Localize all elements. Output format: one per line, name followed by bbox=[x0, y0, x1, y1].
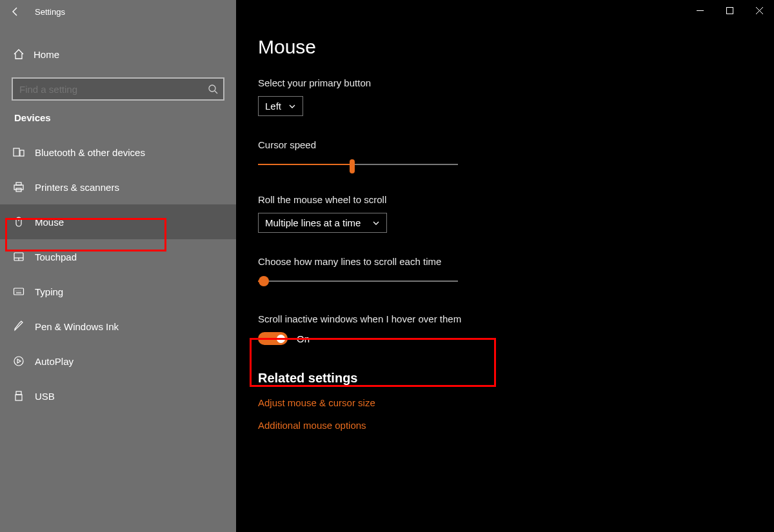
sidebar-item-label: Typing bbox=[35, 286, 63, 297]
scroll-mode-dropdown[interactable]: Multiple lines at a time bbox=[258, 213, 387, 233]
toggle-knob bbox=[277, 335, 285, 343]
chevron-down-icon bbox=[288, 103, 296, 110]
devices-icon bbox=[13, 146, 35, 158]
home-label: Home bbox=[34, 49, 59, 60]
lines-label: Choose how many lines to scroll each tim… bbox=[258, 256, 774, 267]
inactive-scroll-toggle[interactable] bbox=[258, 332, 288, 345]
inactive-scroll-value: On bbox=[297, 333, 310, 344]
home-icon bbox=[13, 48, 34, 60]
svg-point-1 bbox=[209, 85, 215, 92]
svg-rect-0 bbox=[726, 7, 733, 14]
section-label: Devices bbox=[0, 112, 236, 123]
svg-rect-19 bbox=[15, 395, 22, 400]
scroll-mode-value: Multiple lines at a time bbox=[265, 217, 361, 228]
sidebar-item-label: Pen & Windows Ink bbox=[35, 321, 119, 332]
svg-rect-18 bbox=[16, 391, 21, 395]
svg-point-13 bbox=[15, 290, 16, 291]
primary-button-dropdown[interactable]: Left bbox=[258, 96, 303, 116]
svg-point-17 bbox=[14, 357, 23, 366]
cursor-speed-slider[interactable] bbox=[258, 158, 458, 171]
sidebar-item-label: Bluetooth & other devices bbox=[35, 147, 145, 158]
related-settings-title: Related settings bbox=[258, 371, 774, 386]
svg-rect-16 bbox=[16, 293, 21, 293]
maximize-button[interactable] bbox=[715, 0, 744, 21]
keyboard-icon bbox=[13, 286, 35, 297]
svg-point-14 bbox=[17, 290, 18, 291]
svg-rect-12 bbox=[14, 288, 24, 295]
inactive-scroll-label: Scroll inactive windows when I hover ove… bbox=[258, 313, 774, 324]
printer-icon bbox=[13, 181, 35, 193]
sidebar-item-label: AutoPlay bbox=[35, 356, 74, 367]
svg-rect-5 bbox=[16, 182, 21, 185]
scroll-mode-label: Roll the mouse wheel to scroll bbox=[258, 194, 774, 205]
pen-icon bbox=[13, 320, 35, 332]
link-adjust-mouse-size[interactable]: Adjust mouse & cursor size bbox=[258, 397, 774, 408]
sidebar-item-bluetooth[interactable]: Bluetooth & other devices bbox=[0, 135, 236, 170]
close-button[interactable] bbox=[744, 0, 774, 21]
mouse-icon bbox=[13, 216, 35, 228]
usb-icon bbox=[13, 390, 35, 402]
primary-button-value: Left bbox=[265, 101, 281, 112]
svg-rect-4 bbox=[14, 185, 23, 190]
main-content: Mouse Select your primary button Left Cu… bbox=[236, 0, 774, 532]
svg-point-15 bbox=[19, 290, 20, 291]
search-icon bbox=[208, 84, 218, 94]
home-nav[interactable]: Home bbox=[0, 40, 236, 68]
sidebar-item-label: Touchpad bbox=[35, 251, 77, 262]
search-input[interactable] bbox=[12, 77, 224, 101]
sidebar-item-printers[interactable]: Printers & scanners bbox=[0, 170, 236, 204]
sidebar-item-autoplay[interactable]: AutoPlay bbox=[0, 344, 236, 379]
sidebar-item-typing[interactable]: Typing bbox=[0, 274, 236, 309]
sidebar-item-touchpad[interactable]: Touchpad bbox=[0, 239, 236, 274]
lines-slider[interactable] bbox=[258, 275, 458, 288]
sidebar-item-label: Printers & scanners bbox=[35, 182, 119, 193]
autoplay-icon bbox=[13, 355, 35, 367]
back-button[interactable] bbox=[0, 0, 31, 23]
sidebar-item-mouse[interactable]: Mouse bbox=[0, 204, 236, 239]
sidebar-item-label: Mouse bbox=[35, 217, 64, 228]
touchpad-icon bbox=[13, 251, 35, 262]
sidebar: Home Devices Bluetooth & other devices P… bbox=[0, 0, 236, 532]
svg-rect-3 bbox=[20, 150, 24, 156]
primary-button-label: Select your primary button bbox=[258, 77, 774, 88]
link-additional-mouse-options[interactable]: Additional mouse options bbox=[258, 420, 774, 431]
sidebar-item-usb[interactable]: USB bbox=[0, 379, 236, 413]
cursor-speed-label: Cursor speed bbox=[258, 139, 774, 150]
svg-rect-2 bbox=[14, 148, 19, 156]
window-title: Settings bbox=[35, 7, 65, 17]
page-title: Mouse bbox=[258, 36, 774, 58]
chevron-down-icon bbox=[372, 219, 380, 227]
sidebar-item-pen[interactable]: Pen & Windows Ink bbox=[0, 309, 236, 344]
minimize-button[interactable] bbox=[685, 0, 715, 21]
sidebar-item-label: USB bbox=[35, 391, 55, 402]
